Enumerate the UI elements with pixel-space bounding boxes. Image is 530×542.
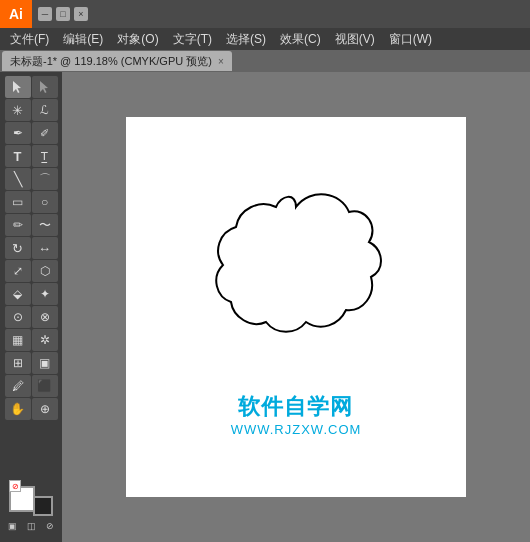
curvature-tool[interactable]: ✐ (32, 122, 58, 144)
mesh-tool[interactable]: ⊞ (5, 352, 31, 374)
color-mode-row: ▣ ◫ ⊘ (4, 518, 58, 534)
close-button[interactable]: × (74, 7, 88, 21)
tool-row-graph: ▦ ✲ (2, 329, 60, 351)
tool-row-lasso: ✳ ℒ (2, 99, 60, 121)
none-mode-button[interactable]: ⊘ (42, 518, 58, 534)
hand-tool[interactable]: ✋ (5, 398, 31, 420)
tab-label: 未标题-1* @ 119.18% (CMYK/GPU 预览) (10, 54, 212, 69)
color-mode-button[interactable]: ▣ (4, 518, 20, 534)
swatch-group: ⊘ (9, 480, 53, 516)
cloud-shape (201, 177, 391, 361)
tool-row-type: T T̲ (2, 145, 60, 167)
none-icon[interactable]: ⊘ (9, 480, 21, 492)
menu-edit[interactable]: 编辑(E) (57, 29, 109, 50)
gradient-tool[interactable]: ▣ (32, 352, 58, 374)
tool-row-blend: ⊙ ⊗ (2, 306, 60, 328)
shear-tool[interactable]: ⬡ (32, 260, 58, 282)
smooth-tool[interactable]: 〜 (32, 214, 58, 236)
title-bar: Ai ─ □ × (0, 0, 530, 28)
pen-tool[interactable]: ✒ (5, 122, 31, 144)
menu-effect[interactable]: 效果(C) (274, 29, 327, 50)
width-tool[interactable]: ⊙ (5, 306, 31, 328)
tool-row-scale: ⤢ ⬡ (2, 260, 60, 282)
menu-window[interactable]: 窗口(W) (383, 29, 438, 50)
reflect-tool[interactable]: ↔ (32, 237, 58, 259)
watermark-sub-text: WWW.RJZXW.COM (231, 422, 362, 437)
live-paint-tool[interactable]: ⬛ (32, 375, 58, 397)
tool-row-rotate: ↻ ↔ (2, 237, 60, 259)
main-layout: ✳ ℒ ✒ ✐ T T̲ ╲ (0, 72, 530, 542)
tool-row-pencil: ✏ 〜 (2, 214, 60, 236)
tool-row-line: ╲ ⌒ (2, 168, 60, 190)
tool-row-warp: ⬙ ✦ (2, 283, 60, 305)
ellipse-tool[interactable]: ○ (32, 191, 58, 213)
menu-view[interactable]: 视图(V) (329, 29, 381, 50)
menu-text[interactable]: 文字(T) (167, 29, 218, 50)
arc-tool[interactable]: ⌒ (32, 168, 58, 190)
zoom-tool[interactable]: ⊕ (32, 398, 58, 420)
tool-row-selection (2, 76, 60, 98)
svg-marker-1 (40, 81, 48, 93)
window-controls: ─ □ × (38, 7, 88, 21)
symbol-sprayer-tool[interactable]: ✲ (32, 329, 58, 351)
selection-tool[interactable] (5, 76, 31, 98)
puppet-warp-tool[interactable]: ✦ (32, 283, 58, 305)
direct-selection-tool[interactable] (32, 76, 58, 98)
tool-row-hand: ✋ ⊕ (2, 398, 60, 420)
lasso-tool[interactable]: ℒ (32, 99, 58, 121)
svg-marker-0 (13, 81, 21, 93)
tab-close-button[interactable]: × (218, 56, 224, 67)
watermark-main-text: 软件自学网 (231, 392, 362, 422)
scale-tool[interactable]: ⤢ (5, 260, 31, 282)
eyedropper-tool[interactable]: 🖉 (5, 375, 31, 397)
artboard: 软件自学网 WWW.RJZXW.COM (126, 117, 466, 497)
rotate-tool[interactable]: ↻ (5, 237, 31, 259)
pencil-tool[interactable]: ✏ (5, 214, 31, 236)
gradient-mode-button[interactable]: ◫ (23, 518, 39, 534)
color-area: ⊘ ▣ ◫ ⊘ (2, 480, 60, 538)
menu-select[interactable]: 选择(S) (220, 29, 272, 50)
tab-bar: 未标题-1* @ 119.18% (CMYK/GPU 预览) × (0, 50, 530, 72)
type-tool[interactable]: T (5, 145, 31, 167)
menu-object[interactable]: 对象(O) (111, 29, 164, 50)
blend-tool[interactable]: ⊗ (32, 306, 58, 328)
magic-wand-tool[interactable]: ✳ (5, 99, 31, 121)
canvas-area: 软件自学网 WWW.RJZXW.COM (62, 72, 530, 542)
rectangle-tool[interactable]: ▭ (5, 191, 31, 213)
tool-row-eyedropper: 🖉 ⬛ (2, 375, 60, 397)
watermark: 软件自学网 WWW.RJZXW.COM (231, 392, 362, 437)
stroke-swatch[interactable] (33, 496, 53, 516)
tool-row-pen: ✒ ✐ (2, 122, 60, 144)
tool-row-mesh: ⊞ ▣ (2, 352, 60, 374)
menu-file[interactable]: 文件(F) (4, 29, 55, 50)
maximize-button[interactable]: □ (56, 7, 70, 21)
document-tab[interactable]: 未标题-1* @ 119.18% (CMYK/GPU 预览) × (2, 51, 232, 71)
minimize-button[interactable]: ─ (38, 7, 52, 21)
column-graph-tool[interactable]: ▦ (5, 329, 31, 351)
tool-row-shape: ▭ ○ (2, 191, 60, 213)
toolbar: ✳ ℒ ✒ ✐ T T̲ ╲ (0, 72, 62, 542)
ai-logo: Ai (0, 0, 32, 28)
line-tool[interactable]: ╲ (5, 168, 31, 190)
touch-type-tool[interactable]: T̲ (32, 145, 58, 167)
menu-bar: 文件(F) 编辑(E) 对象(O) 文字(T) 选择(S) 效果(C) 视图(V… (0, 28, 530, 50)
warp-tool[interactable]: ⬙ (5, 283, 31, 305)
